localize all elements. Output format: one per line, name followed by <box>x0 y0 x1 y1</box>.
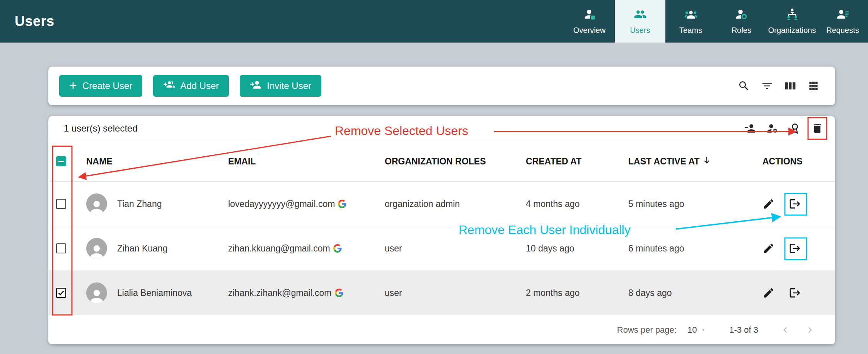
filter-icon[interactable] <box>761 80 773 92</box>
select-all-checkbox[interactable] <box>56 156 66 166</box>
columns-icon[interactable] <box>784 80 796 92</box>
teams-icon <box>684 8 697 23</box>
pagination-range: 1-3 of 3 <box>729 325 758 335</box>
column-header-last-active-label: LAST ACTIVE AT <box>628 156 699 167</box>
nav-tab-label: Users <box>630 26 650 35</box>
badge-icon[interactable] <box>789 122 801 135</box>
user-role: user <box>373 288 514 298</box>
main-nav: Overview Users Teams Roles Organizations <box>564 0 868 43</box>
nav-tab-organizations[interactable]: Organizations <box>767 0 817 43</box>
grid-icon[interactable] <box>807 80 820 92</box>
top-bar: Users Overview Users Teams Roles <box>0 0 868 43</box>
edit-icon[interactable] <box>762 198 775 210</box>
column-header-last-active[interactable]: LAST ACTIVE AT <box>617 155 750 168</box>
google-icon <box>338 200 346 208</box>
row-checkbox[interactable] <box>56 243 66 253</box>
column-header-name[interactable]: NAME <box>73 156 217 167</box>
selection-bar-icons <box>744 122 824 135</box>
person-add-icon <box>250 79 261 93</box>
prev-page-button[interactable] <box>779 324 791 336</box>
plus-icon: + <box>69 79 77 92</box>
user-name: Tian Zhang <box>117 199 162 209</box>
chevron-down-icon <box>701 327 706 333</box>
avatar <box>86 193 107 214</box>
people-icon <box>634 8 647 23</box>
add-user-label: Add User <box>180 80 219 91</box>
nav-tab-label: Organizations <box>768 26 816 35</box>
person-circle-icon <box>735 8 748 23</box>
column-header-email[interactable]: EMAIL <box>217 156 373 167</box>
avatar <box>86 282 107 303</box>
google-icon <box>333 244 342 253</box>
rows-per-page-label: Rows per page: <box>617 325 677 335</box>
person-badge-icon <box>583 8 596 23</box>
add-user-button[interactable]: Add User <box>153 75 229 97</box>
created-at: 2 months ago <box>514 288 617 298</box>
person-remove-icon[interactable] <box>744 122 756 135</box>
page-title: Users <box>0 13 55 29</box>
user-role: organization admin <box>373 199 514 209</box>
rows-per-page-value: 10 <box>687 325 697 335</box>
nav-tab-label: Overview <box>573 26 605 35</box>
last-active-at: 6 minutes ago <box>617 243 750 254</box>
nav-tab-label: Teams <box>679 26 702 35</box>
nav-tab-label: Roles <box>732 26 751 35</box>
created-at: 4 months ago <box>514 199 617 209</box>
button-group: + Create User Add User Invite User <box>59 75 321 97</box>
avatar <box>86 238 107 259</box>
create-user-label: Create User <box>82 80 132 91</box>
selection-bar: 1 user(s) selected <box>48 116 835 141</box>
column-header-actions: ACTIONS <box>750 156 835 167</box>
nav-tab-users[interactable]: Users <box>615 0 665 43</box>
user-email: lovedayyyyyyy@gmail.com <box>228 199 335 209</box>
invite-user-label: Invite User <box>267 80 311 91</box>
users-table-card: 1 user(s) selected NAME EMAIL ORGANIZATI… <box>48 116 835 344</box>
org-chart-icon <box>786 8 799 23</box>
remove-user-icon[interactable] <box>789 287 801 299</box>
toolbar-icons <box>738 80 820 92</box>
group-add-icon <box>163 79 175 93</box>
edit-icon[interactable] <box>762 242 775 255</box>
delete-icon[interactable] <box>811 122 824 135</box>
user-email: zihank.zihank@gmail.com <box>228 288 332 298</box>
nav-tab-requests[interactable]: Requests <box>817 0 868 43</box>
nav-tab-overview[interactable]: Overview <box>564 0 615 43</box>
row-checkbox[interactable] <box>56 199 66 209</box>
person-list-icon <box>836 8 849 23</box>
pager <box>779 324 816 336</box>
column-header-created[interactable]: CREATED AT <box>514 156 617 167</box>
actions-toolbar: + Create User Add User Invite User <box>48 67 835 105</box>
last-active-at: 5 minutes ago <box>617 199 750 209</box>
table-row: Zihan Kuang zihan.kkuang@gmail.com user … <box>48 226 835 271</box>
create-user-button[interactable]: + Create User <box>59 75 142 97</box>
edit-icon[interactable] <box>762 287 775 299</box>
rows-per-page-select[interactable]: 10 <box>687 325 706 335</box>
nav-tab-roles[interactable]: Roles <box>716 0 767 43</box>
created-at: 10 days ago <box>514 243 617 254</box>
column-header-roles[interactable]: ORGANIZATION ROLES <box>373 156 514 167</box>
table-header-row: NAME EMAIL ORGANIZATION ROLES CREATED AT… <box>48 141 835 182</box>
table-row: Lialia Beniaminova zihank.zihank@gmail.c… <box>48 271 835 315</box>
row-checkbox[interactable] <box>56 288 66 298</box>
user-role: user <box>373 243 514 254</box>
table-row: Tian Zhang lovedayyyyyyy@gmail.com organ… <box>48 182 835 226</box>
sort-desc-icon <box>702 155 712 168</box>
user-name: Lialia Beniaminova <box>117 288 192 298</box>
invite-user-button[interactable]: Invite User <box>240 75 321 97</box>
nav-tab-label: Requests <box>826 26 859 35</box>
user-name: Zihan Kuang <box>117 243 167 254</box>
selection-count-text: 1 user(s) selected <box>64 123 138 134</box>
person-settings-icon[interactable] <box>766 122 779 135</box>
next-page-button[interactable] <box>804 324 816 336</box>
nav-tab-teams[interactable]: Teams <box>665 0 716 43</box>
remove-user-icon[interactable] <box>789 198 801 210</box>
remove-user-icon[interactable] <box>789 242 801 255</box>
last-active-at: 8 days ago <box>617 288 750 298</box>
google-icon <box>335 289 343 297</box>
search-icon[interactable] <box>738 80 750 92</box>
user-email: zihan.kkuang@gmail.com <box>228 243 330 254</box>
table-footer: Rows per page: 10 1-3 of 3 <box>48 315 835 344</box>
